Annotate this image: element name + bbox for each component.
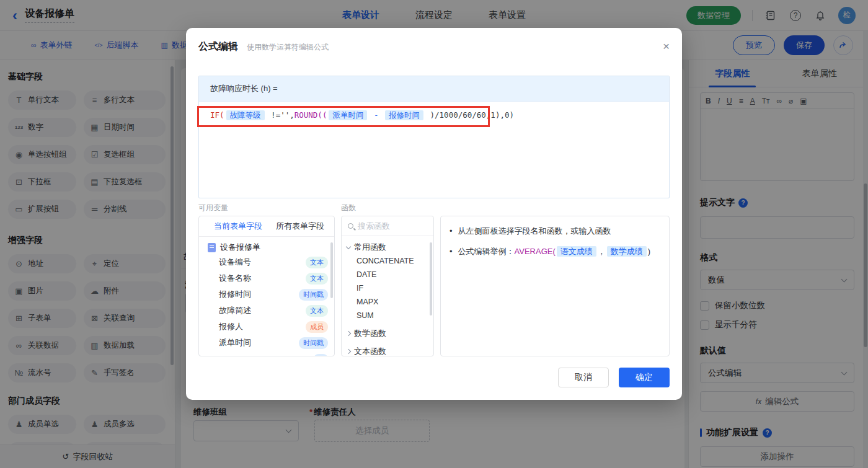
function-item[interactable]: DATE: [342, 268, 433, 281]
chevron-right-icon: [346, 331, 351, 336]
chevron-down-icon: [346, 244, 351, 249]
formula-editor-area[interactable]: IF(故障等级 !='',ROUND((派单时间 - 报修时间 )/1000/6…: [199, 102, 669, 130]
close-icon[interactable]: ×: [663, 40, 670, 52]
formula-text: )/1000/60/60,1),0): [425, 110, 514, 120]
search-placeholder: 搜索函数: [358, 221, 390, 232]
functions-label: 函数: [341, 203, 356, 213]
round-keyword: ROUND((: [294, 110, 327, 120]
variables-scrollbar[interactable]: [330, 242, 333, 298]
variable-row[interactable]: 设备名称文本: [199, 270, 334, 286]
formula-box: 故障响应时长 (h) = IF(故障等级 !='',ROUND((派单时间 - …: [198, 76, 670, 198]
help-panel: • 从左侧面板选择字段名和函数，或输入函数 • 公式编辑举例：AVERAGE(语…: [440, 216, 670, 356]
chevron-right-icon: [346, 349, 351, 354]
formula-text: !='',: [267, 110, 294, 120]
confirm-button[interactable]: 确定: [619, 368, 670, 387]
variables-tabs: 当前表单字段 所有表单字段: [199, 216, 334, 237]
variable-row[interactable]: 故障简述文本: [199, 302, 334, 319]
search-icon: [348, 223, 353, 229]
modal-footer: 取消 确定: [558, 368, 670, 387]
variable-row[interactable]: 设备编号文本: [199, 254, 334, 270]
formula-editor-modal: 公式编辑 使用数学运算符编辑公式 × 故障响应时长 (h) = IF(故障等级 …: [186, 28, 682, 400]
function-item[interactable]: MAPX: [342, 295, 433, 309]
variables-tree-root[interactable]: 设备报修单: [199, 237, 334, 254]
type-badge: 文本: [306, 273, 328, 285]
type-badge: [314, 354, 328, 356]
type-badge: 时间戳: [299, 289, 328, 301]
modal-header: 公式编辑 使用数学运算符编辑公式 ×: [186, 28, 682, 53]
function-group-math[interactable]: 数学函数: [342, 322, 433, 340]
function-group-text[interactable]: 文本函数: [342, 340, 433, 356]
type-badge: 文本: [306, 305, 328, 317]
average-keyword: AVERAGE(: [515, 247, 556, 256]
tab-all-form-fields[interactable]: 所有表单字段: [276, 221, 324, 232]
field-chip-dispatch-time: 派单时间: [329, 110, 367, 120]
if-keyword: IF(: [210, 110, 224, 120]
function-item[interactable]: SUM: [342, 309, 433, 322]
formula-target-field: 故障响应时长 (h) =: [199, 76, 669, 102]
variable-row-clipped[interactable]: [199, 351, 334, 356]
variable-row[interactable]: 报修人成员: [199, 319, 334, 335]
functions-scrollbar[interactable]: [430, 242, 432, 316]
variables-panel: 当前表单字段 所有表单字段 设备报修单 设备编号文本 设备名称文本 报修时间时间…: [198, 216, 335, 356]
function-group-common[interactable]: 常用函数: [342, 236, 433, 254]
help-tip-2: • 公式编辑举例：AVERAGE(语文成绩，数学成绩): [441, 237, 669, 257]
function-search[interactable]: 搜索函数: [342, 216, 433, 236]
function-item[interactable]: IF: [342, 281, 433, 295]
type-badge: 时间戳: [299, 337, 328, 349]
tab-current-form-fields[interactable]: 当前表单字段: [214, 221, 262, 232]
minus-operator: -: [369, 110, 383, 120]
modal-subtitle: 使用数学运算符编辑公式: [247, 42, 329, 53]
form-doc-icon: [208, 243, 216, 252]
variable-row[interactable]: 派单时间时间戳: [199, 335, 334, 351]
type-badge: 文本: [306, 257, 328, 268]
function-item[interactable]: CONCATENATE: [342, 254, 433, 268]
functions-panel: 搜索函数 常用函数 CONCATENATE DATE IF MAPX SUM 数…: [341, 216, 434, 356]
field-chip-fault-level: 故障等级: [226, 110, 265, 120]
example-field-chip: 数学成绩: [607, 246, 647, 257]
help-tip-1: • 从左侧面板选择字段名和函数，或输入函数: [441, 216, 669, 237]
modal-title: 公式编辑: [198, 40, 238, 53]
variable-row[interactable]: 报修时间时间戳: [199, 286, 334, 302]
cancel-button[interactable]: 取消: [558, 368, 609, 387]
example-field-chip: 语文成绩: [557, 246, 596, 257]
field-chip-report-time: 报修时间: [385, 110, 423, 120]
type-badge: 成员: [306, 321, 328, 333]
variables-label: 可用变量: [198, 203, 228, 213]
